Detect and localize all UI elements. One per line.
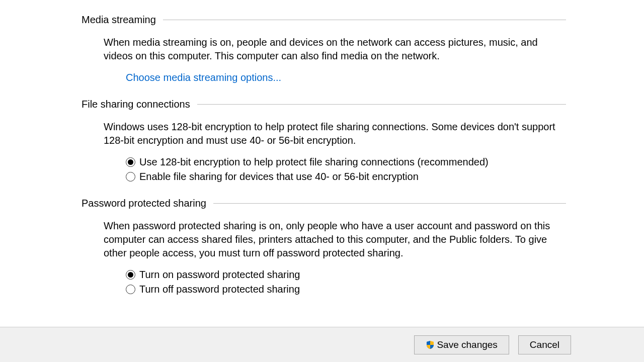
cancel-button[interactable]: Cancel <box>518 335 571 354</box>
save-changes-button[interactable]: Save changes <box>414 335 509 354</box>
section-password-sharing: Password protected sharing When password… <box>0 198 644 295</box>
section-title-file: File sharing connections <box>82 99 197 110</box>
footer-bar: Save changes Cancel <box>0 327 644 362</box>
file-desc: Windows uses 128-bit encryption to help … <box>104 120 564 147</box>
media-desc: When media streaming is on, people and d… <box>104 36 564 63</box>
radio-label: Turn off password protected sharing <box>139 284 300 295</box>
section-media-streaming: Media streaming When media streaming is … <box>0 14 644 83</box>
radio-icon <box>126 157 135 167</box>
radio-label: Turn on password protected sharing <box>139 269 300 281</box>
radio-icon <box>126 270 135 280</box>
radio-turn-off-password-sharing[interactable]: Turn off password protected sharing <box>126 284 564 295</box>
divider <box>197 104 566 105</box>
radio-label: Enable file sharing for devices that use… <box>139 171 419 183</box>
radio-label: Use 128-bit encryption to help protect f… <box>139 156 489 168</box>
uac-shield-icon <box>426 340 435 349</box>
radio-128bit-encryption[interactable]: Use 128-bit encryption to help protect f… <box>126 156 564 168</box>
section-title-media: Media streaming <box>82 14 163 26</box>
radio-turn-on-password-sharing[interactable]: Turn on password protected sharing <box>126 269 564 281</box>
section-file-sharing: File sharing connections Windows uses 12… <box>0 99 644 183</box>
choose-media-streaming-options-link[interactable]: Choose media streaming options... <box>104 72 281 83</box>
radio-icon <box>126 285 135 294</box>
radio-40-56bit-encryption[interactable]: Enable file sharing for devices that use… <box>126 171 564 183</box>
divider <box>163 20 566 20</box>
cancel-button-label: Cancel <box>530 339 559 350</box>
divider <box>213 203 566 204</box>
radio-icon <box>126 172 135 182</box>
password-desc: When password protected sharing is on, o… <box>104 219 564 260</box>
section-title-password: Password protected sharing <box>82 198 213 209</box>
save-button-label: Save changes <box>437 339 497 350</box>
